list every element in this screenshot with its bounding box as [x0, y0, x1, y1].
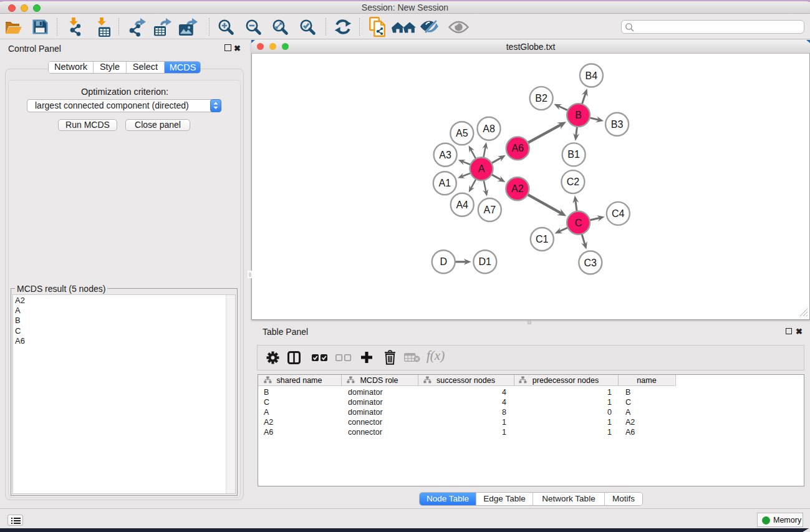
svg-text:D: D: [440, 256, 447, 267]
svg-text:B2: B2: [535, 93, 547, 104]
svg-text:B: B: [575, 110, 582, 120]
svg-text:C: C: [575, 218, 582, 228]
svg-text:A8: A8: [483, 123, 495, 134]
svg-text:C2: C2: [567, 177, 580, 187]
svg-text:B1: B1: [567, 149, 580, 160]
svg-text:B4: B4: [586, 70, 598, 81]
svg-text:A2: A2: [511, 183, 524, 194]
svg-text:A: A: [478, 163, 485, 174]
svg-text:B3: B3: [611, 119, 624, 130]
svg-text:A6: A6: [511, 143, 524, 153]
svg-text:D1: D1: [479, 256, 492, 267]
svg-text:A5: A5: [456, 128, 468, 138]
svg-text:A7: A7: [484, 205, 496, 215]
svg-text:C1: C1: [536, 234, 549, 244]
svg-text:C4: C4: [612, 208, 625, 219]
svg-text:A4: A4: [456, 200, 468, 210]
svg-text:A1: A1: [439, 178, 451, 188]
svg-text:C3: C3: [584, 258, 597, 268]
svg-text:A3: A3: [439, 150, 451, 160]
